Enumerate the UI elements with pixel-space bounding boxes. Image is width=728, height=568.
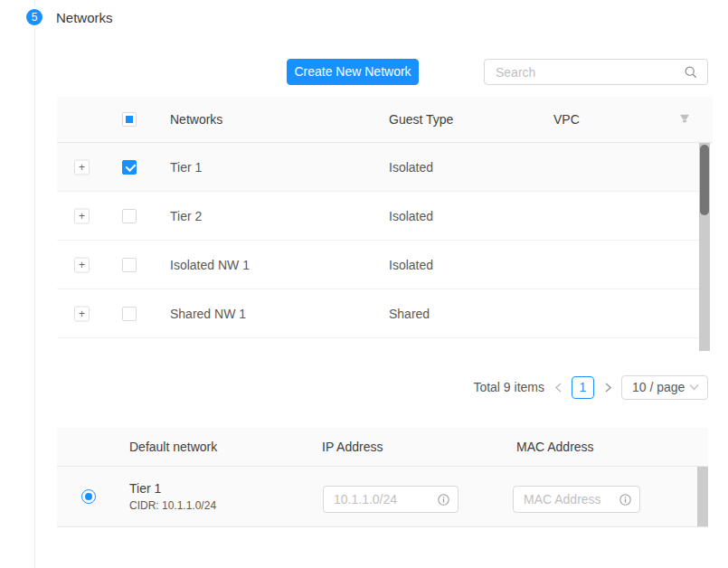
scrollbar-thumb[interactable]: [700, 145, 709, 215]
network-name-cell: Shared NW 1: [170, 307, 246, 321]
prev-page-icon[interactable]: [552, 374, 564, 400]
expand-row-button[interactable]: +: [74, 257, 90, 272]
page-size-value: 10 / page: [632, 380, 685, 394]
search-box[interactable]: [484, 59, 708, 85]
default-network-radio[interactable]: [81, 489, 96, 504]
networks-table-body: + Tier 1 Isolated + Tier 2 Isolated + Is…: [57, 143, 713, 351]
filter-icon[interactable]: [679, 112, 690, 127]
default-network-header: Default network IP Address MAC Address: [57, 428, 708, 467]
column-header-guest-type: Guest Type: [389, 112, 453, 127]
info-icon: [619, 494, 631, 506]
ip-address-field[interactable]: [323, 486, 459, 513]
select-all-checkbox[interactable]: [122, 112, 137, 127]
info-icon: [438, 494, 449, 506]
column-header-mac-address: MAC Address: [516, 440, 594, 454]
networks-table-header: Networks Guest Type VPC: [57, 97, 713, 143]
step-number-badge: 5: [26, 9, 43, 25]
row-checkbox[interactable]: [122, 209, 137, 223]
guest-type-cell: Isolated: [389, 160, 433, 175]
column-header-vpc: VPC: [553, 112, 580, 127]
network-name-cell: Tier 1: [170, 160, 202, 175]
default-network-name: Tier 1: [129, 481, 216, 496]
step-connector-bottom: [34, 29, 35, 568]
mac-address-field[interactable]: [513, 486, 640, 513]
pagination: Total 9 items 1 10 / page: [473, 374, 708, 400]
next-page-icon[interactable]: [601, 374, 614, 400]
network-name-cell: Tier 2: [170, 209, 202, 223]
page-number-button[interactable]: 1: [572, 376, 594, 399]
table-scrollbar[interactable]: [699, 143, 710, 351]
column-header-default-network: Default network: [129, 440, 217, 454]
table-row[interactable]: + Isolated NW 1 Isolated: [57, 241, 699, 289]
row-checkbox[interactable]: [122, 258, 137, 272]
default-network-cidr: CIDR: 10.1.1.0/24: [129, 499, 216, 512]
column-header-ip-address: IP Address: [322, 440, 383, 454]
step-connector-top: [34, 0, 35, 6]
step-title: Networks: [56, 10, 113, 25]
expand-row-button[interactable]: +: [74, 159, 90, 175]
networks-step-panel: 5 Networks Create New Network Networks G…: [0, 0, 728, 568]
table-row[interactable]: + Tier 2 Isolated: [57, 192, 699, 241]
create-new-network-button[interactable]: Create New Network: [287, 59, 419, 85]
guest-type-cell: Isolated: [389, 258, 433, 272]
column-header-networks: Networks: [170, 112, 222, 127]
default-network-row[interactable]: Tier 1 CIDR: 10.1.1.0/24: [57, 467, 708, 527]
networks-table: Networks Guest Type VPC + Tier 1 Isolate…: [57, 97, 713, 351]
guest-type-cell: Isolated: [389, 209, 433, 223]
row-checkbox[interactable]: [122, 307, 137, 321]
default-network-table: Default network IP Address MAC Address T…: [57, 428, 708, 527]
table-row[interactable]: + Tier 1 Isolated: [57, 143, 699, 192]
default-network-name-block: Tier 1 CIDR: 10.1.1.0/24: [129, 481, 216, 512]
network-name-cell: Isolated NW 1: [170, 258, 250, 272]
expand-row-button[interactable]: +: [74, 306, 90, 321]
page-size-select[interactable]: 10 / page: [621, 375, 708, 400]
table-scrollbar[interactable]: [697, 467, 708, 526]
expand-row-button[interactable]: +: [74, 208, 90, 223]
row-checkbox[interactable]: [122, 160, 137, 175]
pagination-total: Total 9 items: [473, 380, 544, 394]
chevron-down-icon: [689, 383, 699, 391]
guest-type-cell: Shared: [389, 307, 430, 321]
search-icon[interactable]: [685, 66, 697, 79]
table-row[interactable]: + Shared NW 1 Shared: [57, 289, 699, 338]
search-input[interactable]: [485, 60, 707, 84]
